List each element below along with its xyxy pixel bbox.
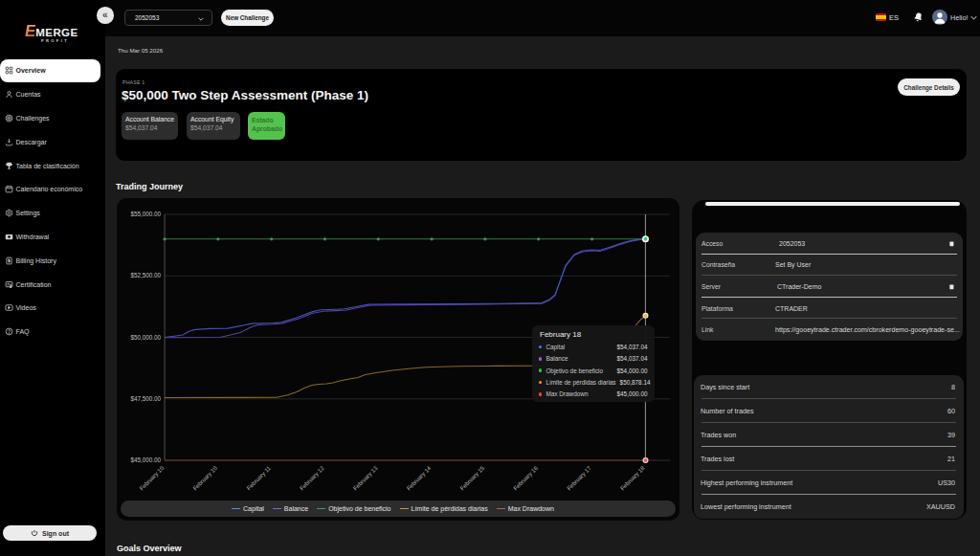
- svg-text:February 15: February 15: [458, 464, 486, 492]
- svg-text:$52,500.00: $52,500.00: [130, 272, 161, 278]
- svg-text:February 14: February 14: [405, 464, 433, 492]
- svg-text:February 12: February 12: [299, 464, 326, 492]
- svg-text:February 18: February 18: [618, 464, 646, 492]
- svg-text:February 16: February 16: [512, 464, 540, 492]
- svg-text:February 10: February 10: [138, 464, 166, 492]
- svg-text:$55,000.00: $55,000.00: [130, 211, 161, 217]
- svg-text:$45,000.00: $45,000.00: [130, 456, 161, 463]
- svg-text:$50,000.00: $50,000.00: [130, 334, 161, 341]
- svg-text:February 10: February 10: [191, 464, 219, 492]
- svg-text:February 11: February 11: [245, 464, 272, 491]
- svg-text:February 13: February 13: [351, 464, 379, 492]
- svg-text:February 17: February 17: [566, 464, 593, 492]
- svg-text:$47,500.00: $47,500.00: [130, 395, 161, 402]
